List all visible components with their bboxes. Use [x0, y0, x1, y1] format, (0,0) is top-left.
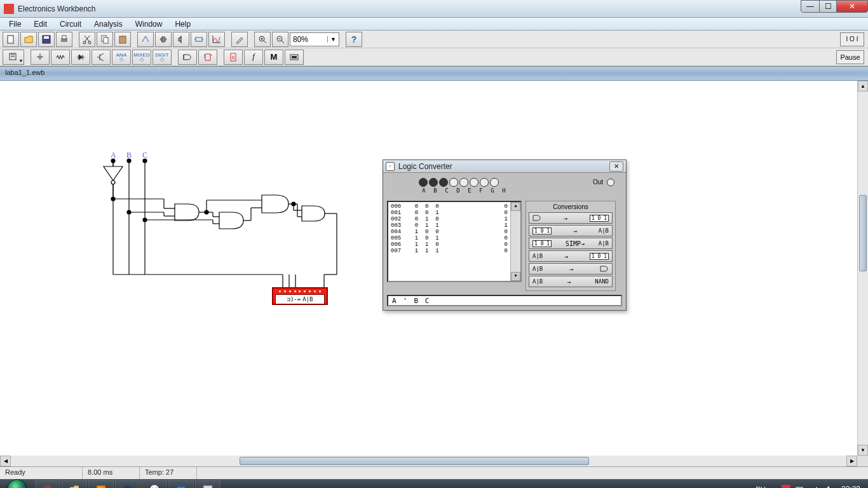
minimize-button[interactable]: — [801, 0, 820, 13]
lc-conversion-button-4[interactable]: A|B→1 0 1 [529, 250, 613, 262]
lc-terminal-e[interactable] [459, 178, 468, 187]
tray-lang[interactable]: RU [756, 485, 766, 488]
lc-terminal-out[interactable] [607, 179, 614, 186]
menu-help[interactable]: Help [168, 18, 197, 30]
resistor-bin[interactable] [51, 50, 70, 65]
misc-bin[interactable]: M [264, 50, 283, 65]
lc-tt-scrollbar[interactable]: ▲▼ [510, 202, 520, 281]
digital-bin[interactable]: DIGIT◇ [153, 50, 172, 65]
scroll-up-icon[interactable]: ▲ [858, 81, 868, 92]
flip-h-button[interactable] [155, 32, 172, 47]
save-button[interactable] [38, 32, 55, 47]
taskbar-item-word[interactable]: W [168, 480, 194, 488]
taskbar-item-app[interactable] [195, 480, 220, 488]
menu-edit[interactable]: Edit [27, 18, 53, 30]
lc-dialog-titlebar[interactable]: ▫ Logic Converter ✕ [383, 160, 626, 173]
scroll-right-icon[interactable]: ▶ [846, 456, 857, 466]
maximize-button[interactable]: ☐ [819, 0, 837, 13]
vscroll-thumb[interactable] [859, 195, 867, 271]
lc-conversion-button-2[interactable]: 1 0 1→A|B [529, 225, 613, 236]
tray-flag-icon[interactable] [782, 485, 790, 488]
document-titlebar: laba1_1.ewb [0, 67, 868, 81]
canvas-horizontal-scrollbar[interactable]: ◀ ▶ [0, 456, 868, 466]
analog-bin[interactable]: ANA◇ [112, 50, 131, 65]
menu-analysis[interactable]: Analysis [88, 18, 129, 30]
taskbar-item-explorer[interactable] [62, 480, 87, 488]
menu-window[interactable]: Window [129, 18, 169, 30]
graph-button[interactable] [208, 32, 225, 47]
lc-dialog-close-button[interactable]: ✕ [609, 161, 623, 172]
lc-terminal-c[interactable] [439, 178, 448, 187]
scroll-down-icon[interactable]: ▼ [511, 272, 520, 281]
sources-bin[interactable] [3, 50, 24, 65]
new-button[interactable] [3, 32, 19, 47]
cut-button[interactable] [79, 32, 95, 47]
scroll-up-icon[interactable]: ▲ [511, 202, 520, 211]
probe-button[interactable] [231, 32, 248, 47]
taskbar-item-1[interactable] [35, 480, 60, 488]
lc-terminal-h[interactable] [490, 178, 499, 187]
print-button[interactable] [56, 32, 72, 47]
paste-button[interactable] [114, 32, 131, 47]
zoom-out-button[interactable] [272, 32, 288, 47]
windows-taskbar[interactable]: Y W RU ▲ 22:23 [0, 479, 868, 488]
taskbar-item-4[interactable] [115, 480, 140, 488]
status-temp: Temp: 27 [140, 467, 197, 479]
svg-rect-8 [104, 37, 108, 43]
ground-bin[interactable] [31, 50, 50, 65]
lc-tt-left: 000 0 0 0 001 0 0 1 002 0 1 0 003 0 1 1 … [391, 203, 439, 254]
taskbar-item-browser[interactable]: Y [142, 480, 167, 488]
gates-bin[interactable] [178, 50, 197, 65]
pause-button[interactable]: Pause [836, 50, 864, 64]
lc-tt-out: 0 0 1 1 0 0 0 0 [505, 203, 508, 254]
open-button[interactable] [20, 32, 37, 47]
lc-terminal-a[interactable] [419, 178, 428, 187]
lc-terminal-b[interactable] [429, 178, 438, 187]
display-bin[interactable]: 8 [224, 50, 243, 65]
circuit-canvas[interactable]: A B C [0, 81, 868, 456]
ic-bin[interactable] [198, 50, 217, 65]
lc-terminal-g[interactable] [480, 178, 489, 187]
hscroll-thumb[interactable] [240, 457, 589, 465]
lc-conversion-button-5[interactable]: A|B→ [529, 263, 613, 274]
start-button[interactable] [0, 479, 34, 488]
tray-battery-icon[interactable] [796, 485, 804, 488]
zoom-value: 80% [293, 35, 308, 44]
mixed-bin[interactable]: MIXED◇ [132, 50, 151, 65]
menu-file[interactable]: File [3, 18, 27, 30]
lc-terminal-d[interactable] [449, 178, 458, 187]
tray-network-icon[interactable] [810, 485, 818, 488]
lc-conversion-button-6[interactable]: A|B→NAND [529, 276, 613, 287]
func-bin[interactable]: f [244, 50, 263, 65]
tray-volume-icon[interactable] [824, 485, 832, 488]
lc-expression-field[interactable]: A ' B C [387, 295, 622, 306]
lc-terminal-f[interactable] [470, 178, 478, 187]
lc-conversion-button-1[interactable]: →1 0 1 [529, 212, 613, 224]
tray-clock[interactable]: 22:23 [837, 485, 864, 488]
logic-converter-dialog[interactable]: ▫ Logic Converter ✕ ABCDEFGH Out [383, 159, 627, 311]
lc-truth-table[interactable]: 000 0 0 0 001 0 0 1 002 0 1 0 003 0 1 1 … [387, 201, 522, 282]
scroll-down-icon[interactable]: ▼ [858, 445, 868, 456]
canvas-vertical-scrollbar[interactable]: ▲ ▼ [857, 81, 868, 456]
zoom-select[interactable]: 80%▼ [290, 32, 339, 46]
svg-rect-11 [196, 37, 202, 41]
window-title: Electronics Workbench [18, 4, 96, 13]
power-switch[interactable]: I O I [840, 32, 864, 46]
lc-component-pins [273, 288, 327, 294]
copy-button[interactable] [97, 32, 113, 47]
svg-line-30 [100, 53, 104, 56]
rotate-button[interactable] [137, 32, 154, 47]
flip-v-button[interactable] [173, 32, 189, 47]
menu-circuit[interactable]: Circuit [53, 18, 88, 30]
taskbar-item-media[interactable] [88, 480, 114, 488]
subcircuit-button[interactable] [191, 32, 207, 47]
lc-conversion-button-3[interactable]: 1 0 1SIMP→A|B [529, 238, 613, 249]
close-button[interactable]: ✕ [836, 0, 868, 13]
help-button[interactable]: ? [346, 32, 362, 47]
transistor-bin[interactable] [92, 50, 111, 65]
instruments-bin[interactable] [285, 50, 304, 65]
logic-converter-component[interactable]: ⊐)-↔ A|B [272, 287, 328, 305]
diode-bin[interactable] [71, 50, 90, 65]
scroll-left-icon[interactable]: ◀ [0, 456, 11, 466]
zoom-in-button[interactable] [254, 32, 271, 47]
